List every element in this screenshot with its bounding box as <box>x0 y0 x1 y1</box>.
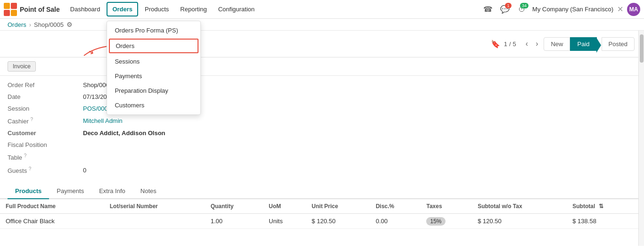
nav-configuration[interactable]: Configuration <box>214 3 259 16</box>
cashier-help: ? <box>30 117 33 122</box>
logo-icon <box>4 3 17 16</box>
products-table: Full Product Name Lot/serial Number Quan… <box>0 199 638 229</box>
cell-disc: 0.00 <box>370 213 421 228</box>
col-quantity: Quantity <box>205 199 263 214</box>
posted-status-button[interactable]: Posted <box>602 37 635 51</box>
customer-label: Customer <box>8 130 83 137</box>
cell-taxes: 15% <box>421 213 472 228</box>
nav-orders-container: Orders Orders Pro Forma (PS) Orders Sess… <box>107 2 138 16</box>
close-icon[interactable]: ✕ <box>617 5 623 14</box>
dropdown-payments[interactable]: Payments <box>107 69 200 83</box>
top-controls-row: 🚚 Pickings 1 ➜ <box>0 31 638 57</box>
tab-payments[interactable]: Payments <box>49 184 91 199</box>
nav-orders[interactable]: Orders <box>107 2 138 16</box>
sort-icon[interactable]: ⇅ <box>599 203 603 210</box>
table-label: Table ? <box>8 153 83 161</box>
new-status-button[interactable]: New <box>544 37 570 51</box>
session-label: Session <box>8 105 83 112</box>
guests-label: Guests ? <box>8 166 83 174</box>
svg-rect-3 <box>11 10 17 16</box>
cashier-label: Cashier ? <box>8 117 83 125</box>
nav-dashboard[interactable]: Dashboard <box>66 3 105 16</box>
pagination: 1 / 5 <box>504 40 516 48</box>
tax-badge: 15% <box>426 217 445 226</box>
breadcrumb-bar: Orders › Shop/0005 ⚙ <box>0 19 644 31</box>
pagination-total: 5 <box>513 40 516 48</box>
invoice-header: Invoice <box>0 57 638 76</box>
headset-icon[interactable]: ☎ <box>481 3 495 16</box>
col-taxes: Taxes <box>421 199 472 214</box>
nav-reporting[interactable]: Reporting <box>175 3 211 16</box>
cell-lot <box>104 213 205 228</box>
guests-value: 0 <box>83 167 631 174</box>
chat-icon[interactable]: 💬 1 <box>498 3 512 16</box>
cell-subtotal-wot: $ 120.50 <box>472 213 567 228</box>
dropdown-sessions[interactable]: Sessions <box>107 54 200 69</box>
activity-badge: 34 <box>520 3 528 8</box>
company-name: My Company (San Francisco) <box>532 6 613 13</box>
pagination-current: 1 <box>504 40 507 48</box>
app-title: Point of Sale <box>20 6 60 13</box>
breadcrumb-separator: › <box>29 21 31 28</box>
col-product: Full Product Name <box>0 199 104 214</box>
customer-value[interactable]: Deco Addict, Addison Olson <box>83 130 631 137</box>
invoice-tag[interactable]: Invoice <box>8 61 36 72</box>
dropdown-orders-pro-forma[interactable]: Orders Pro Forma (PS) <box>107 23 200 38</box>
guests-help: ? <box>29 166 32 171</box>
tab-notes[interactable]: Notes <box>133 184 164 199</box>
order-form: Order Ref Shop/0005 Date 07/13/2023 13:1… <box>0 76 638 180</box>
dropdown-preparation-display[interactable]: Preparation Display <box>107 83 200 98</box>
cell-product: Office Chair Black <box>0 213 104 228</box>
col-unit-price: Unit Price <box>306 199 370 214</box>
breadcrumb-current: Shop/0005 <box>34 21 64 28</box>
col-disc: Disc.% <box>370 199 421 214</box>
nav-products[interactable]: Products <box>140 3 173 16</box>
cell-uom: Units <box>263 213 306 228</box>
prev-page-button[interactable]: ‹ <box>524 39 530 49</box>
breadcrumb-parent[interactable]: Orders <box>8 21 26 28</box>
chat-badge: 1 <box>505 3 512 8</box>
svg-rect-2 <box>4 10 10 16</box>
tab-products[interactable]: Products <box>8 184 49 199</box>
topbar-right: ☎ 💬 1 ⏱ 34 My Company (San Francisco) ✕ … <box>481 3 640 16</box>
topbar: Point of Sale Dashboard Orders Orders Pr… <box>0 0 644 19</box>
next-page-button[interactable]: › <box>534 39 540 49</box>
cell-quantity: 1.00 <box>205 213 263 228</box>
order-ref-label: Order Ref <box>8 81 83 89</box>
table-help: ? <box>24 153 27 158</box>
orders-dropdown-menu: Orders Pro Forma (PS) Orders Sessions Pa… <box>107 21 201 115</box>
cell-unit-price: $ 120.50 <box>306 213 370 228</box>
settings-icon[interactable]: ⚙ <box>66 21 73 28</box>
tabs-bar: Products Payments Extra Info Notes <box>0 184 638 199</box>
col-uom: UoM <box>263 199 306 214</box>
col-lot: Lot/serial Number <box>104 199 205 214</box>
date-label: Date <box>8 93 83 100</box>
dropdown-customers[interactable]: Customers <box>107 98 200 113</box>
col-subtotal: Subtotal ⇅ <box>567 199 638 214</box>
avatar[interactable]: MA <box>627 3 640 16</box>
tab-extra-info[interactable]: Extra Info <box>91 184 133 199</box>
paid-status-button[interactable]: Paid <box>570 37 596 51</box>
main-area: 🚚 Pickings 1 ➜ <box>0 31 644 246</box>
col-subtotal-wot: Subtotal w/o Tax <box>472 199 567 214</box>
form-container: 🚚 Pickings 1 ➜ <box>0 31 638 246</box>
scrollbar-track[interactable] <box>638 31 644 246</box>
app-logo: Point of Sale <box>4 3 60 16</box>
table-row[interactable]: Office Chair Black 1.00 Units $ 120.50 0… <box>0 213 638 228</box>
fiscal-label: Fiscal Position <box>8 141 83 148</box>
bookmark-icon[interactable]: 🔖 <box>491 40 500 49</box>
dropdown-orders[interactable]: Orders <box>109 39 198 53</box>
cashier-value[interactable]: Mitchell Admin <box>83 117 631 124</box>
cell-subtotal: $ 138.58 <box>567 213 638 228</box>
activity-icon[interactable]: ⏱ 34 <box>515 3 528 16</box>
svg-rect-0 <box>4 3 10 9</box>
status-buttons: New Paid Posted <box>544 37 635 51</box>
scrollbar-thumb[interactable] <box>640 34 644 63</box>
svg-rect-1 <box>11 3 17 9</box>
pagination-separator: / <box>509 40 511 48</box>
